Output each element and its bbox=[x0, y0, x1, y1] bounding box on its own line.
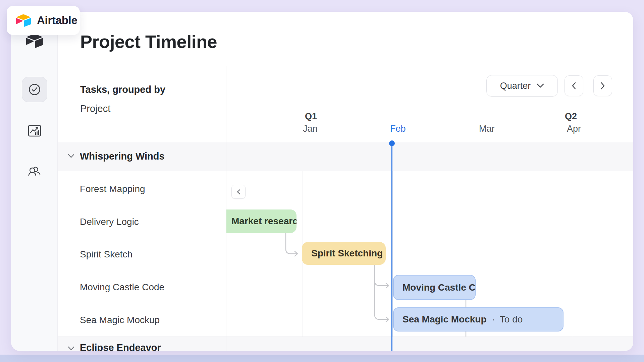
quarter-label-q2: Q2 bbox=[565, 111, 577, 122]
month-label-jan: Jan bbox=[303, 124, 318, 134]
today-line bbox=[391, 143, 392, 351]
gantt-bar-sea-magic-mockup[interactable]: Sea Magic Mockup · To do bbox=[393, 307, 564, 331]
panel-divider bbox=[226, 66, 226, 351]
sidebar-item-dashboard[interactable] bbox=[27, 123, 42, 138]
quarter-label-q1: Q1 bbox=[305, 111, 317, 122]
group-name: Whispering Winds bbox=[80, 151, 165, 162]
chevron-left-icon bbox=[572, 82, 576, 89]
chevron-down-icon bbox=[68, 154, 74, 158]
gantt-bar-market-research[interactable]: Market research bbox=[226, 209, 297, 233]
users-icon bbox=[27, 164, 42, 179]
sidebar-item-timeline[interactable] bbox=[22, 77, 47, 102]
page-title: Project Timeline bbox=[80, 31, 217, 52]
sidebar bbox=[11, 12, 58, 351]
gantt-bar-spirit-sketching[interactable]: Spirit Sketching bbox=[302, 242, 386, 265]
app-window: Project Timeline Tasks, grouped by Proje… bbox=[11, 12, 633, 351]
timescale-value: Quarter bbox=[500, 81, 531, 91]
bar-label-separator: · bbox=[492, 314, 495, 325]
window-bottom-edge bbox=[0, 355, 644, 362]
timeline-grid: Market research Spirit Sketching Moving … bbox=[226, 142, 633, 351]
group-row-eclipse-endeavor[interactable]: Eclipse Endeavor bbox=[58, 337, 633, 351]
prev-period-button[interactable] bbox=[565, 75, 583, 96]
header-divider bbox=[58, 66, 633, 66]
gantt-bar-moving-castle[interactable]: Moving Castle Code bbox=[393, 275, 476, 300]
sidebar-item-members[interactable] bbox=[27, 164, 42, 179]
task-row-sea-magic-mockup[interactable]: Sea Magic Mockup bbox=[80, 315, 160, 325]
month-label-mar: Mar bbox=[479, 124, 495, 134]
check-circle-icon bbox=[28, 83, 41, 96]
timescale-select[interactable]: Quarter bbox=[486, 75, 558, 97]
month-label-apr: Apr bbox=[567, 124, 581, 134]
group-name: Eclipse Endeavor bbox=[80, 342, 161, 351]
bar-status: To do bbox=[500, 314, 523, 325]
chart-icon bbox=[27, 123, 42, 138]
airtable-mark-icon[interactable] bbox=[25, 33, 44, 49]
group-by-line1: Tasks, grouped by bbox=[80, 80, 165, 99]
bar-label: Sea Magic Mockup bbox=[402, 314, 487, 325]
bar-label: Market research bbox=[231, 216, 297, 227]
group-by-label: Tasks, grouped by Project bbox=[80, 80, 165, 118]
chevron-left-icon bbox=[237, 189, 240, 195]
collapse-panel-button[interactable] bbox=[231, 185, 246, 199]
chevron-down-icon bbox=[537, 83, 544, 88]
task-row-delivery-logic[interactable]: Delivery Logic bbox=[80, 217, 139, 227]
bar-label: Spirit Sketching bbox=[311, 248, 383, 259]
airtable-logo-icon bbox=[15, 13, 32, 28]
brand-name: Airtable bbox=[37, 14, 77, 27]
task-row-moving-castle-code[interactable]: Moving Castle Code bbox=[80, 282, 164, 293]
task-row-forest-mapping[interactable]: Forest Mapping bbox=[80, 184, 145, 194]
next-period-button[interactable] bbox=[593, 75, 612, 96]
task-row-spirit-sketch[interactable]: Spirit Sketch bbox=[80, 249, 132, 260]
chevron-down-icon bbox=[68, 346, 74, 351]
today-marker-dot bbox=[389, 140, 395, 146]
brand-badge: Airtable bbox=[7, 6, 80, 35]
month-label-feb: Feb bbox=[390, 124, 406, 134]
bar-label: Moving Castle Code bbox=[402, 282, 476, 293]
group-by-line2: Project bbox=[80, 99, 165, 118]
group-row-whispering-winds[interactable]: Whispering Winds bbox=[58, 142, 633, 171]
chevron-right-icon bbox=[600, 82, 605, 89]
